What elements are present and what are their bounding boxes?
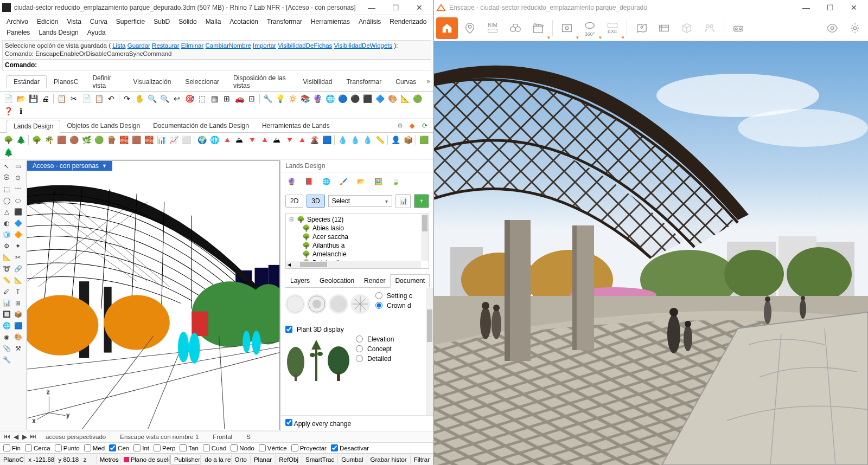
lands-tool-19[interactable]: 🔺 bbox=[221, 134, 233, 146]
mode-2d-button[interactable]: 2D bbox=[285, 195, 303, 208]
left-tool-18[interactable]: ➰ bbox=[1, 263, 12, 274]
lands-tool-9[interactable]: 🪵 bbox=[105, 134, 117, 146]
sphere2-icon[interactable]: ⚫ bbox=[349, 93, 361, 105]
left-tool-12[interactable]: 🧊 bbox=[1, 229, 12, 240]
lands-tab-1[interactable]: Objetos de Lands Design bbox=[60, 120, 146, 132]
lands-tool-22[interactable]: 🔺 bbox=[258, 134, 270, 146]
left-tool-19[interactable]: 🔗 bbox=[12, 263, 23, 274]
books-icon[interactable]: 📚 bbox=[299, 93, 311, 105]
lands-tool-7[interactable]: 🌿 bbox=[80, 134, 92, 146]
left-tool-13[interactable]: 🔶 bbox=[12, 229, 23, 240]
video-texture-icon[interactable] bbox=[653, 17, 675, 39]
viewport-tab[interactable]: S bbox=[243, 432, 254, 441]
light-icon[interactable]: 💡 bbox=[274, 93, 286, 105]
sphere-icon[interactable]: 🌐 bbox=[320, 176, 332, 188]
plant-2d-icon-1[interactable] bbox=[285, 294, 305, 314]
status-toggle-filtrar[interactable]: Filtrar bbox=[411, 455, 433, 464]
plant-2d-icon-3[interactable] bbox=[329, 294, 348, 314]
viewport-tab[interactable]: Frontal bbox=[209, 432, 235, 441]
box-icon[interactable]: ⬛ bbox=[361, 93, 373, 105]
dim-icon[interactable]: 📐 bbox=[399, 93, 411, 105]
4view-icon[interactable]: ⊞ bbox=[221, 93, 233, 105]
menu-análisis[interactable]: Análisis bbox=[354, 16, 385, 27]
left-tool-6[interactable]: ◯ bbox=[1, 195, 12, 206]
lands-tool-10[interactable]: 🧱 bbox=[118, 134, 130, 146]
vp-nav-next[interactable]: ▶ bbox=[21, 433, 28, 441]
viewport-tab[interactable]: acceso perspectivado bbox=[42, 432, 109, 441]
osnap-nodo[interactable]: Nodo bbox=[231, 444, 254, 451]
left-tool-31[interactable]: 🎨 bbox=[12, 332, 23, 343]
left-tool-5[interactable]: 〰 bbox=[12, 184, 23, 195]
command-input[interactable] bbox=[39, 60, 431, 70]
status-toggle-grabar histor[interactable]: Grabar histor bbox=[367, 455, 411, 464]
menu-paneles[interactable]: Paneles bbox=[2, 27, 34, 38]
lands-tool-30[interactable]: 💧 bbox=[349, 134, 361, 146]
add-plant-button[interactable]: + bbox=[414, 194, 429, 208]
tab-seleccionar[interactable]: Seleccionar bbox=[178, 75, 226, 88]
status-units[interactable]: Metros bbox=[97, 455, 120, 464]
enscape-start-icon[interactable]: ◆ bbox=[406, 120, 417, 131]
subtab-document[interactable]: Document bbox=[390, 274, 430, 288]
left-tool-27[interactable]: 📦 bbox=[12, 309, 23, 320]
ens-minimize-button[interactable]: — bbox=[794, 0, 818, 15]
left-tool-33[interactable]: ⚒ bbox=[12, 343, 23, 354]
subtab-layers[interactable]: Layers bbox=[285, 274, 315, 287]
status-toggle-planar[interactable]: Planar bbox=[251, 455, 276, 464]
left-tool-34[interactable]: 🔧 bbox=[1, 354, 12, 365]
left-tool-10[interactable]: ◐ bbox=[1, 218, 12, 229]
osnap-cuad[interactable]: Cuad bbox=[203, 444, 227, 451]
menu-lands design[interactable]: Lands Design bbox=[34, 27, 82, 38]
info-icon[interactable]: ❓ bbox=[2, 105, 14, 117]
left-tool-23[interactable]: T bbox=[12, 286, 23, 297]
tree-hscrollbar[interactable]: ◂ bbox=[286, 261, 421, 268]
bim-icon[interactable]: BIM bbox=[482, 17, 503, 39]
cmd-option-visibilidaddewidgets[interactable]: VisibilidadDeWidgets bbox=[334, 42, 393, 49]
gear-icon[interactable]: ⚙ bbox=[394, 120, 405, 131]
screenshot-icon[interactable]: ▾ bbox=[556, 17, 578, 39]
osnap-fin[interactable]: Fin bbox=[3, 444, 21, 451]
brush-icon[interactable]: 🖌️ bbox=[337, 176, 349, 188]
tree-vscrollbar[interactable] bbox=[421, 214, 429, 261]
viewport[interactable]: Acceso - con personas ▼ bbox=[27, 160, 280, 430]
cmd-option-importar[interactable]: Importar bbox=[253, 42, 276, 49]
undo-view-icon[interactable]: ↩ bbox=[171, 93, 183, 105]
tab-transformar[interactable]: Transformar bbox=[339, 75, 388, 88]
left-tool-30[interactable]: ◉ bbox=[1, 332, 12, 343]
species-item[interactable]: 🌳Amelanchie bbox=[287, 250, 427, 259]
left-tool-28[interactable]: 🌐 bbox=[1, 320, 12, 331]
vr-headset-icon[interactable] bbox=[727, 17, 749, 39]
vp-nav-last[interactable]: ⏭ bbox=[29, 433, 37, 441]
menu-superficie[interactable]: Superficie bbox=[112, 16, 149, 27]
exe-export-icon[interactable]: EXE ▾ bbox=[602, 17, 623, 39]
status-layer[interactable]: Plano de suelo bbox=[120, 455, 170, 464]
lands-tool-13[interactable]: 📊 bbox=[155, 134, 167, 146]
lands-tool-6[interactable]: 🟤 bbox=[68, 134, 80, 146]
species-item[interactable]: 🌳Acer saccha bbox=[287, 232, 427, 241]
copy2-icon[interactable]: 📄 bbox=[80, 93, 92, 105]
left-tool-11[interactable]: 🔷 bbox=[12, 218, 23, 229]
menu-malla[interactable]: Malla bbox=[201, 16, 226, 27]
lands-tab-2[interactable]: Documentación de Lands Design bbox=[146, 120, 256, 132]
osnap-disable[interactable]: Desactivar bbox=[331, 444, 369, 451]
left-tool-26[interactable]: 🔲 bbox=[1, 309, 12, 320]
left-tool-22[interactable]: 🖊 bbox=[1, 286, 12, 297]
lands-tool-8[interactable]: 🟢 bbox=[93, 134, 105, 146]
tree-root[interactable]: ⊟🌳 Species (12) bbox=[287, 215, 427, 224]
lands-tool-21[interactable]: 🔻 bbox=[246, 134, 258, 146]
tab-disposición-de-las-vistas[interactable]: Disposición de las vistas bbox=[226, 72, 296, 92]
menu-archivo[interactable]: Archivo bbox=[2, 16, 33, 27]
lands-tool-18[interactable]: 🌐 bbox=[208, 134, 220, 146]
osnap-project[interactable]: Proyectar bbox=[291, 444, 327, 451]
lands-tool-27[interactable]: 🟦 bbox=[321, 134, 333, 146]
tab-curvas[interactable]: Curvas bbox=[388, 75, 423, 88]
zoom-ext-icon[interactable]: 🔍 bbox=[158, 93, 170, 105]
subtab-geolocation[interactable]: Geolocation bbox=[315, 274, 359, 287]
menu-subd[interactable]: SubD bbox=[149, 16, 174, 27]
panorama-360-icon[interactable]: 360° ▾ bbox=[579, 17, 601, 39]
status-record[interactable]: do a la re bbox=[201, 455, 231, 464]
location-pin-icon[interactable] bbox=[459, 17, 481, 39]
opt-elevation[interactable]: Elevation bbox=[356, 334, 429, 344]
copy-icon[interactable]: 📋 bbox=[55, 93, 67, 105]
opt-crown[interactable]: Crown d bbox=[375, 301, 429, 311]
lands-tool-5[interactable]: 🟫 bbox=[55, 134, 67, 146]
